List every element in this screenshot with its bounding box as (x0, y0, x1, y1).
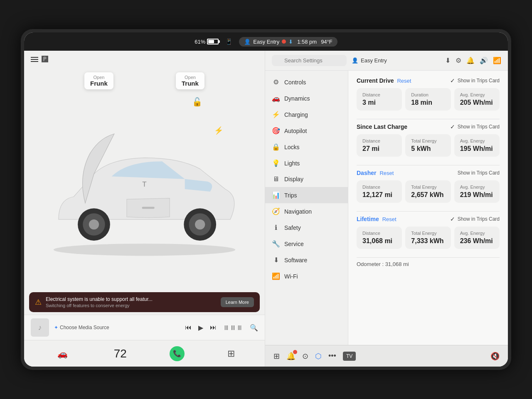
learn-more-button[interactable]: Learn More (221, 297, 254, 307)
car-view-area: Open Frunk Open Trunk 🔓 ⚡ (24, 68, 265, 290)
settings-icon-btn[interactable]: ⚙ (456, 57, 461, 64)
lifetime-avg-energy-card: Avg. Energy 236 Wh/mi (454, 227, 500, 249)
easy-entry-header-label: Easy Entry (361, 57, 387, 64)
battery-percentage: 61% (195, 39, 205, 45)
tray-more-button[interactable]: ••• (328, 352, 336, 360)
settings-header: 🔍 👤 Easy Entry ⬇ ⚙ 🔔 🔊 📶 (265, 51, 508, 71)
media-controls: ⏮ ▶ ⏭ ⫼⫼⫼ 🔍 (185, 324, 258, 332)
dasher-show-trips: Show in Trips Card (458, 170, 500, 176)
dasher-stats: Distance 12,127 mi Total Energy 2,657 kW… (357, 180, 500, 203)
divider-2 (357, 165, 500, 165)
svg-point-6 (195, 219, 205, 229)
slc-avg-energy-value: 195 Wh/mi (460, 145, 494, 153)
volume-mute-button[interactable]: 🔇 (490, 352, 500, 361)
sidebar-item-service[interactable]: 🔧 Service (265, 236, 348, 252)
search-media-button[interactable]: 🔍 (250, 324, 258, 332)
media-source-button[interactable]: ✦ Choose Media Source (54, 325, 109, 330)
sidebar-item-locks[interactable]: 🔒 Locks (265, 139, 348, 155)
sidebar-item-display[interactable]: 🖥 Display (265, 171, 348, 187)
tray-tv-button[interactable]: TV (343, 352, 356, 361)
sidebar-item-charging[interactable]: ⚡ Charging (265, 106, 348, 123)
car-image: 🔓 ⚡ (28, 93, 261, 286)
settings-body: ⚙ Controls 🚗 Dynamics ⚡ Charging 🎯 (265, 71, 508, 345)
slc-energy-value: 5 kWh (411, 145, 445, 153)
frunk-label[interactable]: Open Frunk (84, 72, 113, 89)
tray-circle-button[interactable]: ⊙ (302, 352, 308, 361)
phone-icon: 📱 (225, 38, 232, 45)
prev-track-button[interactable]: ⏮ (185, 324, 192, 331)
dasher-avg-energy-label: Avg. Energy (460, 185, 494, 190)
dasher-energy-label: Total Energy (411, 185, 445, 190)
sidebar-item-software[interactable]: ⬇ Software (265, 252, 348, 268)
current-drive-energy-value: 205 Wh/mi (460, 99, 494, 106)
svg-point-0 (54, 244, 235, 256)
sidebar-item-autopilot[interactable]: 🎯 Autopilot (265, 123, 348, 139)
controls-icon: ⚙ (272, 78, 280, 86)
trunk-label[interactable]: Open Trunk (176, 72, 204, 89)
easy-entry-header: 👤 Easy Entry (352, 57, 387, 64)
equalizer-button[interactable]: ⫼⫼⫼ (223, 324, 243, 331)
bell-icon-btn[interactable]: 🔔 (466, 57, 475, 64)
bluetooth-tray-icon[interactable]: ⬡ (315, 352, 322, 361)
car-status-button[interactable]: 🚗 (54, 345, 71, 362)
dasher-reset-button[interactable]: Reset (379, 170, 394, 176)
dynamics-label: Dynamics (284, 95, 310, 102)
screen-bezel: 61% 📱 👤 Easy Entry ⬇ 1:58 pm 94°F (21, 29, 511, 370)
divider-3 (357, 211, 500, 212)
lifetime-show-label: Show in Trips Card (458, 216, 500, 222)
download-status-icon: ⬇ (288, 39, 293, 45)
lifetime-stats: Distance 31,068 mi Total Energy 7,333 kW… (357, 227, 500, 249)
bottom-bar: 🚗 72 📞 ⊞ (24, 340, 265, 367)
trips-icon: 📊 (272, 191, 280, 199)
rec-indicator (282, 39, 286, 44)
sidebar-item-trips[interactable]: 📊 Trips (265, 187, 348, 203)
tray-notification-button[interactable]: 🔔 (286, 352, 296, 361)
sidebar-item-lights[interactable]: 💡 Lights (265, 155, 348, 171)
person-icon: 👤 (244, 39, 251, 45)
next-track-button[interactable]: ⏭ (210, 324, 217, 331)
signal-icon-btn[interactable]: 📶 (493, 57, 501, 64)
search-input[interactable] (272, 55, 347, 66)
alert-title: Electrical system is unable to support a… (46, 296, 153, 302)
lifetime-reset-button[interactable]: Reset (382, 216, 397, 222)
phone-call-button[interactable]: 📞 (170, 346, 185, 361)
volume-icon-btn[interactable]: 🔊 (480, 57, 488, 64)
status-temperature: 94°F (321, 39, 332, 45)
battery-icon (207, 39, 219, 44)
sidebar-item-safety[interactable]: ℹ Safety (265, 219, 348, 236)
slc-distance-label: Distance (362, 138, 396, 143)
tray-fingerprint-button[interactable]: ⊞ (273, 352, 280, 361)
sidebar-item-controls[interactable]: ⚙ Controls (265, 74, 348, 90)
navigation-icon: 🧭 (272, 207, 280, 215)
lifetime-show-trips: ✓ Show in Trips Card (450, 216, 500, 222)
current-drive-reset-button[interactable]: Reset (397, 78, 411, 84)
slc-distance-value: 27 mi (362, 145, 396, 153)
trunk-action: Open (182, 75, 199, 80)
menu-icon[interactable] (31, 57, 38, 62)
play-button[interactable]: ▶ (198, 324, 203, 332)
service-label: Service (284, 241, 304, 247)
frunk-action: Open (90, 75, 108, 80)
lifetime-energy-value: 7,333 kWh (411, 237, 445, 245)
screen: 61% 📱 👤 Easy Entry ⬇ 1:58 pm 94°F (24, 32, 508, 367)
sidebar-item-dynamics[interactable]: 🚗 Dynamics (265, 90, 348, 106)
since-last-charge-section: Since Last Charge ✓ Show in Trips Card D… (357, 123, 500, 157)
sidebar-item-wifi[interactable]: 📶 Wi-Fi (265, 268, 348, 284)
slc-distance-card: Distance 27 mi (357, 134, 402, 157)
right-panel: 🔍 👤 Easy Entry ⬇ ⚙ 🔔 🔊 📶 (265, 51, 508, 367)
current-drive-header: Current Drive Reset ✓ Show in Trips Card (357, 77, 500, 84)
left-panel: 🅿 Open Frunk Open Trunk (24, 51, 265, 367)
lifetime-avg-energy-value: 236 Wh/mi (460, 237, 494, 245)
download-header-icon[interactable]: ⬇ (445, 57, 451, 64)
left-panel-header: 🅿 (24, 51, 265, 68)
easy-entry-status-label: Easy Entry (253, 39, 279, 45)
trunk-title: Trunk (182, 80, 199, 87)
navigation-label: Navigation (284, 208, 312, 215)
fingerprint-icon[interactable]: ⊞ (227, 348, 235, 359)
dasher-distance-label: Distance (362, 185, 396, 190)
sidebar-item-navigation[interactable]: 🧭 Navigation (265, 203, 348, 219)
current-drive-show-label: Show in Trips Card (458, 78, 500, 84)
search-wrap: 🔍 (272, 55, 347, 66)
alert-text: Electrical system is unable to support a… (46, 296, 153, 308)
dasher-distance-value: 12,127 mi (362, 191, 396, 199)
